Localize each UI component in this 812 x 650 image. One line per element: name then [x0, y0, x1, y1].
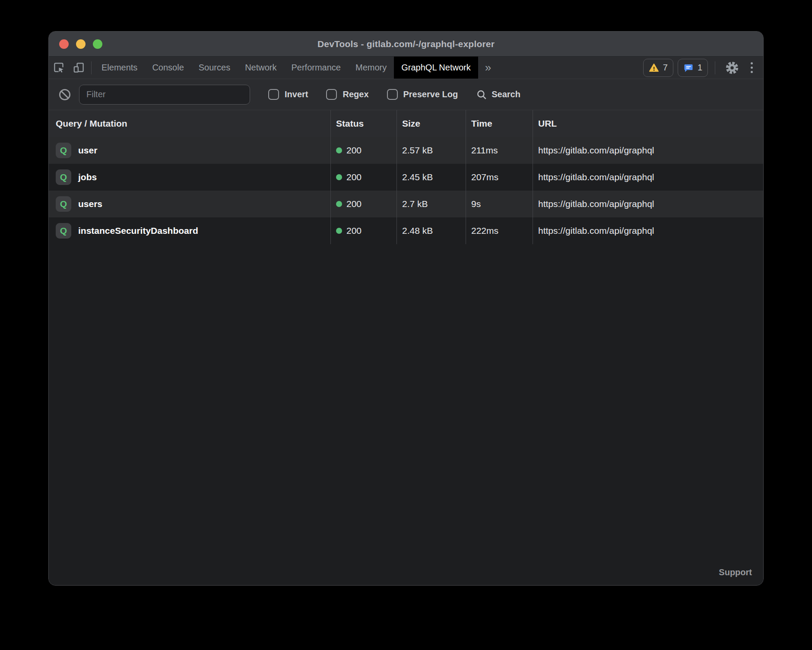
column-header-size[interactable]: Size — [397, 110, 466, 137]
tab-console[interactable]: Console — [145, 57, 191, 79]
search-label: Search — [492, 89, 520, 99]
chevron-double-right-icon: » — [485, 61, 491, 74]
status-ok-dot — [336, 174, 342, 180]
messages-badge-button[interactable]: 1 — [678, 59, 708, 77]
regex-label: Regex — [343, 89, 368, 99]
status-code: 200 — [346, 145, 362, 156]
tab-network[interactable]: Network — [238, 57, 284, 79]
status-code: 200 — [346, 226, 362, 236]
invert-checkbox-group[interactable]: Invert — [268, 89, 308, 100]
filter-toolbar: Invert Regex Preserve Log Search — [49, 79, 763, 110]
request-url: https://gitlab.com/api/graphql — [533, 217, 763, 244]
status-code: 200 — [346, 172, 362, 182]
messages-count: 1 — [698, 63, 702, 73]
preserve-log-checkbox[interactable] — [387, 89, 398, 100]
kebab-dot — [751, 62, 753, 64]
clear-requests-button[interactable] — [58, 88, 71, 101]
kebab-dot — [751, 67, 753, 69]
regex-checkbox[interactable] — [326, 89, 337, 100]
column-header-url[interactable]: URL — [533, 110, 763, 137]
response-size: 2.57 kB — [397, 137, 466, 164]
column-header-time[interactable]: Time — [466, 110, 533, 137]
more-tabs-button[interactable]: » — [478, 57, 498, 79]
settings-button[interactable] — [722, 61, 742, 74]
tab-sources[interactable]: Sources — [191, 57, 238, 79]
response-time: 211ms — [466, 137, 533, 164]
preserve-log-label: Preserve Log — [403, 89, 458, 99]
status-code: 200 — [346, 199, 362, 209]
warnings-badge-button[interactable]: 7 — [643, 59, 673, 77]
response-size: 2.45 kB — [397, 164, 466, 191]
gear-icon — [726, 61, 739, 74]
badges-separator — [715, 61, 715, 74]
warning-icon — [649, 63, 659, 73]
table-row[interactable]: Q instanceSecurityDashboard 200 2.48 kB … — [49, 217, 763, 244]
tab-memory[interactable]: Memory — [348, 57, 394, 79]
window-title: DevTools - gitlab.com/-/graphql-explorer — [49, 32, 763, 56]
query-name: jobs — [78, 172, 97, 182]
search-icon — [476, 89, 487, 100]
response-size: 2.48 kB — [397, 217, 466, 244]
preserve-log-checkbox-group[interactable]: Preserve Log — [387, 89, 458, 100]
filter-options: Invert Regex Preserve Log Search — [268, 89, 520, 100]
more-options-button[interactable] — [746, 62, 757, 73]
status-ok-dot — [336, 228, 342, 234]
tab-graphql-network[interactable]: GraphQL Network — [394, 57, 478, 79]
response-time: 9s — [466, 191, 533, 217]
response-time: 207ms — [466, 164, 533, 191]
request-url: https://gitlab.com/api/graphql — [533, 191, 763, 217]
devtools-tab-bar: Elements Console Sources Network Perform… — [49, 57, 763, 79]
invert-checkbox[interactable] — [268, 89, 279, 100]
query-type-badge: Q — [56, 196, 71, 212]
request-url: https://gitlab.com/api/graphql — [533, 164, 763, 191]
response-time: 222ms — [466, 217, 533, 244]
devtools-window: DevTools - gitlab.com/-/graphql-explorer… — [48, 31, 764, 586]
inspect-element-button[interactable] — [49, 57, 69, 79]
table-header: Query / Mutation Status Size Time URL — [49, 110, 763, 137]
table-row[interactable]: Q users 200 2.7 kB 9s https://gitlab.com… — [49, 191, 763, 217]
toolbar-separator — [91, 61, 92, 74]
kebab-dot — [751, 71, 753, 73]
column-header-status[interactable]: Status — [331, 110, 397, 137]
device-toolbar-icon — [73, 62, 85, 73]
warnings-count: 7 — [663, 63, 668, 73]
title-bar: DevTools - gitlab.com/-/graphql-explorer — [49, 32, 763, 57]
response-size: 2.7 kB — [397, 191, 466, 217]
regex-checkbox-group[interactable]: Regex — [326, 89, 368, 100]
request-url: https://gitlab.com/api/graphql — [533, 137, 763, 164]
query-name: users — [78, 199, 102, 209]
inspect-cursor-icon — [53, 62, 65, 73]
device-toolbar-button[interactable] — [69, 57, 89, 79]
filter-input[interactable] — [79, 85, 250, 105]
tab-performance[interactable]: Performance — [284, 57, 349, 79]
query-type-badge: Q — [56, 143, 71, 158]
search-button[interactable]: Search — [476, 89, 520, 100]
query-name: user — [78, 145, 97, 156]
message-bubble-icon — [683, 63, 694, 73]
invert-label: Invert — [285, 89, 308, 99]
query-type-badge: Q — [56, 223, 71, 239]
panel-empty-area: Support — [49, 244, 763, 585]
table-row[interactable]: Q user 200 2.57 kB 211ms https://gitlab.… — [49, 137, 763, 164]
query-name: instanceSecurityDashboard — [78, 226, 198, 236]
status-ok-dot — [336, 147, 342, 153]
column-header-query[interactable]: Query / Mutation — [49, 110, 331, 137]
tab-elements[interactable]: Elements — [94, 57, 145, 79]
query-type-badge: Q — [56, 169, 71, 185]
support-link[interactable]: Support — [719, 567, 752, 577]
table-row[interactable]: Q jobs 200 2.45 kB 207ms https://gitlab.… — [49, 164, 763, 191]
block-circle-icon — [58, 88, 71, 101]
status-ok-dot — [336, 201, 342, 207]
tabbar-right-cluster: 7 1 — [643, 57, 763, 79]
